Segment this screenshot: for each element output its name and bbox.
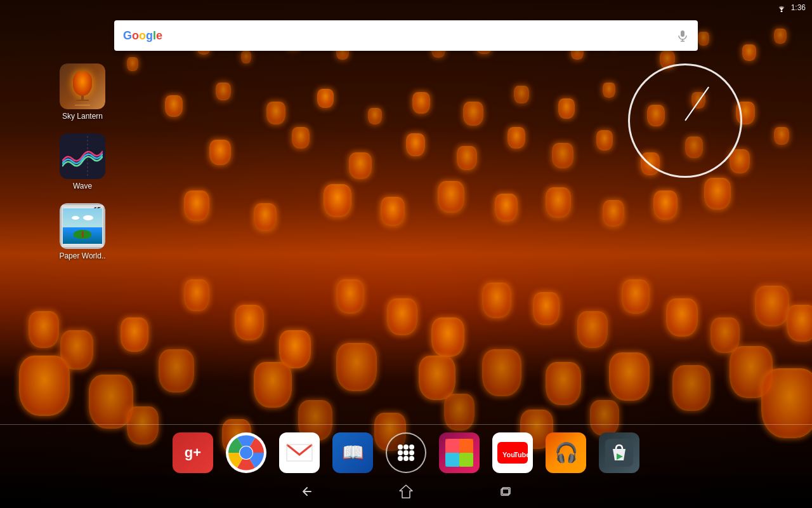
svg-rect-24 bbox=[459, 453, 473, 467]
svg-point-8 bbox=[240, 446, 252, 459]
dock-icon-gmail[interactable] bbox=[279, 432, 320, 473]
paper-world-icon-img: 15 bbox=[60, 203, 105, 249]
app-icon-sky-lantern[interactable]: Sky Lantern bbox=[57, 64, 108, 121]
clock-hand bbox=[684, 86, 709, 121]
svg-point-14 bbox=[398, 450, 403, 455]
dock-icon-book[interactable]: 📖 bbox=[332, 432, 373, 473]
nav-home-button[interactable] bbox=[395, 480, 417, 503]
wave-icon-img bbox=[60, 133, 105, 179]
svg-point-13 bbox=[409, 444, 414, 450]
status-bar: 1:36 bbox=[776, 0, 812, 15]
svg-rect-21 bbox=[445, 439, 459, 453]
app-icon-wave[interactable]: Wave bbox=[57, 133, 108, 190]
svg-point-15 bbox=[403, 450, 409, 455]
dock: g+ 📖 bbox=[0, 424, 812, 475]
sky-lantern-icon-img bbox=[60, 64, 105, 109]
svg-point-17 bbox=[398, 456, 403, 461]
sky-lantern-label: Sky Lantern bbox=[62, 112, 103, 121]
dock-icon-apps[interactable] bbox=[386, 432, 426, 473]
svg-rect-23 bbox=[445, 453, 459, 467]
time-display: 1:36 bbox=[791, 3, 806, 12]
dock-icon-youtube[interactable]: You Tube bbox=[492, 432, 533, 473]
wifi-icon bbox=[776, 3, 787, 12]
google-logo: Google bbox=[123, 29, 162, 43]
svg-point-18 bbox=[403, 456, 409, 461]
app-icon-paper-world[interactable]: 15 Paper World.. bbox=[57, 203, 108, 260]
svg-text:You: You bbox=[502, 451, 515, 458]
svg-rect-1 bbox=[681, 30, 684, 37]
dock-icon-gallery[interactable] bbox=[439, 432, 480, 473]
search-bar[interactable]: Google bbox=[114, 20, 698, 51]
search-input[interactable] bbox=[169, 30, 676, 41]
nav-recents-button[interactable] bbox=[494, 480, 516, 503]
svg-point-11 bbox=[398, 444, 403, 450]
svg-text:Tube: Tube bbox=[514, 451, 528, 458]
dock-icon-chrome[interactable] bbox=[226, 432, 266, 473]
svg-point-0 bbox=[780, 11, 782, 13]
dock-icon-gplus[interactable]: g+ bbox=[173, 432, 213, 473]
paper-world-label: Paper World.. bbox=[59, 251, 105, 260]
wave-label: Wave bbox=[73, 182, 92, 190]
dock-icon-play[interactable] bbox=[599, 432, 639, 473]
svg-rect-22 bbox=[459, 439, 473, 453]
dock-icon-music[interactable]: 🎧 bbox=[546, 432, 586, 473]
clock-widget bbox=[628, 64, 742, 178]
mic-icon[interactable] bbox=[676, 29, 689, 42]
svg-point-16 bbox=[409, 450, 414, 455]
svg-point-19 bbox=[409, 456, 414, 461]
nav-bar bbox=[0, 475, 812, 508]
nav-back-button[interactable] bbox=[296, 480, 318, 503]
svg-point-12 bbox=[403, 444, 409, 450]
desktop-icons: Sky Lantern Wave bbox=[57, 64, 108, 260]
